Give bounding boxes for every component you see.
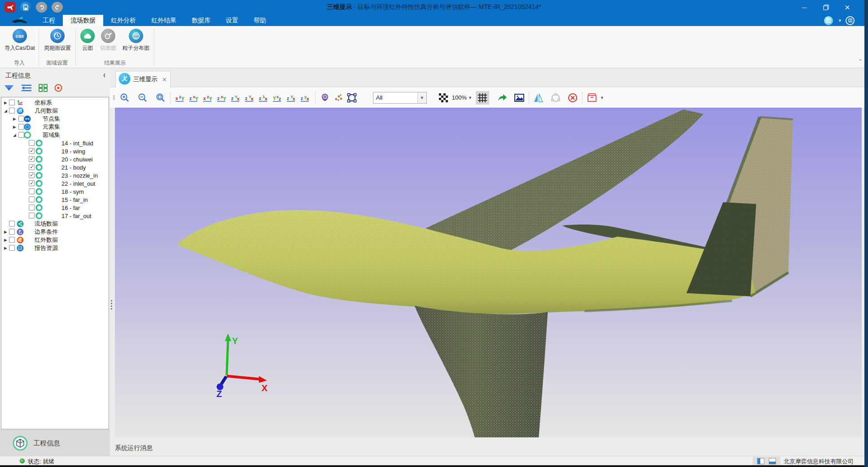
grid-view-icon[interactable] — [39, 84, 48, 92]
menu-tab-4[interactable]: 数据库 — [184, 15, 218, 26]
surface-nodes-icon[interactable] — [550, 92, 561, 104]
panel-footer[interactable]: 工程信息 — [0, 430, 110, 456]
mirror-icon[interactable] — [533, 92, 544, 104]
tree-checkbox[interactable] — [29, 164, 35, 170]
tree-item-19 - wing[interactable]: 19 - wing — [1, 147, 109, 155]
zoom-out-icon[interactable] — [137, 92, 149, 104]
package-icon[interactable] — [586, 92, 598, 104]
expand-arrow-icon[interactable]: ▶ — [4, 230, 9, 234]
tree-checkbox[interactable] — [9, 221, 15, 227]
target-icon[interactable] — [54, 83, 63, 92]
box-select-icon[interactable] — [346, 92, 358, 104]
tree-checkbox[interactable] — [9, 100, 15, 105]
tree-item-18 - sym[interactable]: 18 - sym — [1, 188, 109, 196]
package-caret-icon[interactable]: ▼ — [600, 96, 604, 100]
view-orientation-icon-5[interactable]: z Y x — [244, 92, 256, 104]
clear-icon[interactable] — [567, 92, 579, 104]
maximize-button[interactable] — [815, 0, 837, 15]
tree-item-面域集[interactable]: ◢面域集 — [1, 131, 109, 139]
minimize-button[interactable]: ─ — [793, 0, 815, 15]
viewport-3d[interactable]: Y X Z — [115, 108, 862, 437]
tree-checkbox[interactable] — [29, 188, 35, 194]
tree-item-22 - inlet_out[interactable]: 22 - inlet_out — [1, 179, 109, 188]
tree-item-17 - far_out[interactable]: 17 - far_out — [1, 212, 109, 220]
expand-arrow-icon[interactable]: ▶ — [13, 117, 18, 121]
opacity-checker-icon[interactable] — [438, 92, 449, 104]
tab-3d-view[interactable]: 三维显示 ✕ — [115, 71, 171, 87]
panel-splitter-handle[interactable] — [111, 300, 112, 310]
tree-checkbox[interactable] — [9, 245, 15, 251]
ribbon-collapse-icon[interactable]: ⌃ — [858, 58, 863, 65]
menu-tab-0[interactable]: 工程 — [35, 15, 63, 26]
collapse-arrow-icon[interactable]: ◢ — [13, 133, 18, 137]
tree-checkbox[interactable] — [29, 140, 35, 146]
tree-item-16 - far[interactable]: 16 - far — [1, 204, 109, 212]
zoom-fit-icon[interactable] — [155, 92, 167, 104]
ribbon-button-4[interactable]: 粒子分布图 — [117, 28, 155, 52]
style-switcher-icon[interactable] — [824, 16, 833, 25]
tree-checkbox[interactable] — [29, 148, 35, 154]
help-ring-icon[interactable] — [846, 16, 855, 25]
zoom-percent-dropdown[interactable]: 100%▼ — [452, 94, 472, 101]
menubar-caret-icon[interactable]: ▼ — [838, 18, 842, 23]
tree-item-21 - body[interactable]: 21 - body — [1, 163, 109, 171]
view-orientation-icon-8[interactable]: z Y x — [285, 92, 298, 104]
tree-item-15 - far_in[interactable]: 15 - far_in — [1, 196, 109, 204]
menu-tab-3[interactable]: 红外结果 — [144, 15, 184, 26]
zoom-in-icon[interactable] — [119, 92, 131, 104]
tab-close-icon[interactable]: ✕ — [162, 76, 167, 83]
filter-icon[interactable] — [4, 84, 14, 92]
tree-item-坐标系[interactable]: ▶Yzx坐标系 — [1, 99, 109, 107]
combobox-dropdown-icon[interactable]: ▼ — [417, 92, 426, 103]
export-arrow-icon[interactable] — [496, 92, 508, 104]
view-orientation-icon-2[interactable]: x z Y — [202, 92, 214, 104]
expand-arrow-icon[interactable]: ▶ — [4, 246, 9, 250]
menu-tab-6[interactable]: 帮助 — [246, 15, 274, 26]
tree-item-几何数据[interactable]: ◢几何数据 — [1, 107, 109, 115]
expand-arrow-icon[interactable]: ▶ — [4, 100, 9, 105]
bottom-panel-toggle-icon[interactable] — [769, 458, 776, 464]
tree-item-23 - nozzle_in[interactable]: 23 - nozzle_in — [1, 171, 109, 179]
display-filter-combobox[interactable]: All ▼ — [373, 92, 427, 104]
snapshot-icon[interactable] — [513, 92, 525, 104]
expand-arrow-icon[interactable]: ▶ — [13, 125, 18, 129]
tree-checkbox[interactable] — [9, 229, 15, 235]
view-orientation-icon-6[interactable]: z λ x — [258, 92, 270, 104]
tree-checkbox[interactable] — [9, 237, 15, 243]
view-orientation-icon-3[interactable]: z x Y — [216, 92, 228, 104]
view-orientation-icon-4[interactable]: z Y x — [230, 92, 242, 104]
view-orientation-icon-7[interactable]: Y x z — [272, 92, 284, 104]
particles-icon[interactable] — [333, 92, 344, 104]
view-orientation-icon-9[interactable]: z y x — [299, 92, 311, 104]
tree-checkbox[interactable] — [29, 205, 35, 210]
toolbar-drag-handle[interactable]: ‖ — [113, 94, 115, 101]
camera-icon[interactable] — [319, 92, 331, 104]
left-panel-toggle-icon[interactable] — [757, 458, 764, 464]
expand-arrow-icon[interactable]: ▶ — [4, 238, 9, 242]
view-orientation-icon-0[interactable]: x z Y — [174, 92, 186, 104]
tree-item-节点集[interactable]: ▶节点集 — [1, 115, 109, 123]
tree-item-报告资源[interactable]: ▶报告资源 — [1, 244, 109, 252]
tree-checkbox[interactable] — [29, 156, 35, 162]
tree-item-14 - int_fluid[interactable]: 14 - int_fluid — [1, 139, 109, 147]
tree-item-红外数据[interactable]: ▶红外数据 — [1, 236, 109, 244]
tree-item-20 - chuiwei[interactable]: 20 - chuiwei — [1, 155, 109, 163]
tree-checkbox[interactable] — [29, 196, 35, 202]
menu-tab-5[interactable]: 设置 — [218, 15, 246, 26]
tree-checkbox[interactable] — [29, 213, 35, 218]
panel-collapse-icon[interactable]: ‹ — [103, 70, 105, 79]
list-settings-icon[interactable] — [21, 84, 32, 92]
ribbon-button-0[interactable]: cas导入Cas/Dat — [1, 28, 39, 52]
tree-checkbox[interactable] — [9, 108, 15, 113]
view-orientation-icon-1[interactable]: z x Y — [188, 92, 200, 104]
menu-tab-1[interactable]: 流场数据 — [63, 15, 103, 26]
tree-item-流场数据[interactable]: 流场数据 — [1, 220, 109, 228]
close-button[interactable]: ✕ — [837, 0, 858, 15]
tree-checkbox[interactable] — [29, 180, 35, 186]
tree-checkbox[interactable] — [29, 172, 35, 178]
mesh-grid-toggle[interactable] — [476, 91, 489, 105]
tree-item-元素集[interactable]: ▶元素集 — [1, 123, 109, 131]
collapse-arrow-icon[interactable]: ◢ — [4, 109, 9, 113]
menu-tab-2[interactable]: 红外分析 — [103, 15, 144, 26]
tree-item-边界条件[interactable]: ▶边界条件 — [1, 228, 109, 236]
